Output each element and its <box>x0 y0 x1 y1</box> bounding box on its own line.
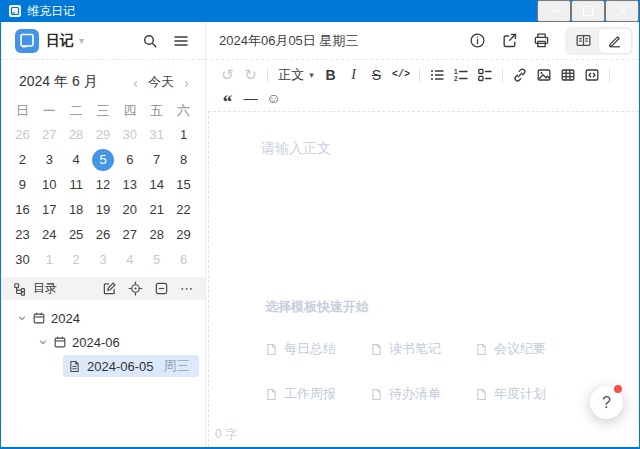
calendar-day[interactable]: 8 <box>170 147 197 172</box>
close-button[interactable] <box>605 0 639 22</box>
calendar-day[interactable]: 28 <box>63 122 90 147</box>
print-button[interactable] <box>529 29 553 53</box>
chevron-down-icon[interactable] <box>38 337 48 347</box>
redo-button[interactable]: ↻ <box>241 64 260 85</box>
calendar-day[interactable]: 27 <box>36 122 63 147</box>
calendar-day[interactable]: 14 <box>143 172 170 197</box>
template-weekly-report[interactable]: 工作周报 <box>265 385 370 403</box>
calendar-day[interactable]: 10 <box>36 172 63 197</box>
calendar-day[interactable]: 4 <box>63 147 90 172</box>
tree-item-entry-selected[interactable]: 2024-06-05 周三 <box>1 354 205 378</box>
calendar-day[interactable]: 19 <box>90 197 117 222</box>
view-mode-segmented <box>565 27 633 55</box>
bold-button[interactable]: B <box>321 64 340 85</box>
locate-current-button[interactable] <box>125 279 145 299</box>
image-button[interactable] <box>534 64 554 85</box>
calendar-day-selected[interactable]: 5 <box>90 147 117 172</box>
code-block-button[interactable] <box>582 64 602 85</box>
hamburger-icon <box>173 33 189 49</box>
calendar-day[interactable]: 6 <box>170 247 197 272</box>
maximize-button[interactable] <box>571 0 605 22</box>
calendar-day[interactable]: 20 <box>116 197 143 222</box>
notebook-caret-icon[interactable]: ▾ <box>79 35 131 46</box>
calendar-day[interactable]: 18 <box>63 197 90 222</box>
calendar-today-button[interactable]: 今天 <box>148 73 174 91</box>
calendar-day[interactable]: 2 <box>9 147 36 172</box>
calendar-day[interactable]: 31 <box>143 122 170 147</box>
document-icon <box>265 388 278 401</box>
calendar-day[interactable]: 12 <box>90 172 117 197</box>
link-button[interactable] <box>510 64 530 85</box>
tree-item-month[interactable]: 2024-06 <box>1 330 205 354</box>
calendar-day[interactable]: 6 <box>116 147 143 172</box>
calendar-day[interactable]: 13 <box>116 172 143 197</box>
calendar-day[interactable]: 26 <box>90 222 117 247</box>
calendar-day[interactable]: 9 <box>9 172 36 197</box>
calendar-day[interactable]: 7 <box>143 147 170 172</box>
calendar-day[interactable]: 3 <box>36 147 63 172</box>
calendar-day[interactable]: 29 <box>170 222 197 247</box>
calendar-prev-button[interactable]: ‹ <box>133 75 138 90</box>
compose-icon <box>102 281 117 296</box>
app-logo[interactable] <box>15 29 39 53</box>
search-button[interactable] <box>138 29 162 53</box>
template-todo-list[interactable]: 待办清单 <box>370 385 475 403</box>
italic-button[interactable]: I <box>344 64 363 85</box>
calendar-day[interactable]: 15 <box>170 172 197 197</box>
calendar-day[interactable]: 1 <box>36 247 63 272</box>
emoji-button[interactable]: ☺ <box>264 87 283 108</box>
read-mode-button[interactable] <box>567 29 599 53</box>
caret-down-icon: ▾ <box>309 70 314 80</box>
calendar-day[interactable]: 21 <box>143 197 170 222</box>
calendar-day[interactable]: 17 <box>36 197 63 222</box>
weekday-label: 一 <box>36 100 63 122</box>
bullet-list-button[interactable] <box>427 64 447 85</box>
calendar-day[interactable]: 30 <box>116 122 143 147</box>
calendar-day[interactable]: 3 <box>90 247 117 272</box>
notebook-name[interactable]: 日记 <box>46 32 74 50</box>
new-entry-button[interactable] <box>99 279 119 299</box>
chevron-down-icon[interactable] <box>17 313 27 323</box>
undo-button[interactable]: ↺ <box>218 64 237 85</box>
info-button[interactable] <box>465 29 489 53</box>
calendar-next-button[interactable]: › <box>184 75 189 90</box>
calendar-day[interactable]: 28 <box>143 222 170 247</box>
template-reading-notes[interactable]: 读书笔记 <box>370 340 475 358</box>
calendar-day[interactable]: 16 <box>9 197 36 222</box>
table-button[interactable] <box>558 64 578 85</box>
calendar-day[interactable]: 2 <box>63 247 90 272</box>
calendar-day[interactable]: 1 <box>170 122 197 147</box>
template-annual-plan[interactable]: 年度计划 <box>475 385 580 403</box>
horizontal-rule-button[interactable]: — <box>241 87 260 108</box>
help-button[interactable]: ? <box>590 386 623 419</box>
directory-more-button[interactable]: ⋯ <box>177 279 197 299</box>
task-list-button[interactable] <box>475 64 495 85</box>
weekday-label: 三 <box>90 100 117 122</box>
calendar-day[interactable]: 29 <box>90 122 117 147</box>
calendar-day[interactable]: 30 <box>9 247 36 272</box>
template-meeting-minutes[interactable]: 会议纪要 <box>475 340 580 358</box>
ordered-list-button[interactable]: 12 <box>451 64 471 85</box>
document-icon <box>68 360 81 373</box>
editor-area[interactable]: 请输入正文 选择模板快速开始 每日总结 读书笔记 <box>209 112 639 421</box>
calendar-day[interactable]: 23 <box>9 222 36 247</box>
calendar-day[interactable]: 24 <box>36 222 63 247</box>
calendar-day[interactable]: 25 <box>63 222 90 247</box>
minimize-button[interactable] <box>537 0 571 22</box>
calendar-day[interactable]: 22 <box>170 197 197 222</box>
calendar-day[interactable]: 27 <box>116 222 143 247</box>
export-button[interactable] <box>497 29 521 53</box>
strikethrough-button[interactable]: S <box>367 64 386 85</box>
calendar-day[interactable]: 11 <box>63 172 90 197</box>
template-daily-summary[interactable]: 每日总结 <box>265 340 370 358</box>
calendar-day[interactable]: 4 <box>116 247 143 272</box>
inline-code-button[interactable]: </> <box>390 64 412 85</box>
collapse-all-button[interactable] <box>151 279 171 299</box>
blockquote-button[interactable]: “ <box>218 87 237 108</box>
paragraph-style-dropdown[interactable]: 正文 ▾ <box>275 64 317 85</box>
calendar-day[interactable]: 5 <box>143 247 170 272</box>
menu-button[interactable] <box>169 29 193 53</box>
calendar-day[interactable]: 26 <box>9 122 36 147</box>
edit-mode-button[interactable] <box>599 29 631 53</box>
tree-item-year[interactable]: 2024 <box>1 306 205 330</box>
